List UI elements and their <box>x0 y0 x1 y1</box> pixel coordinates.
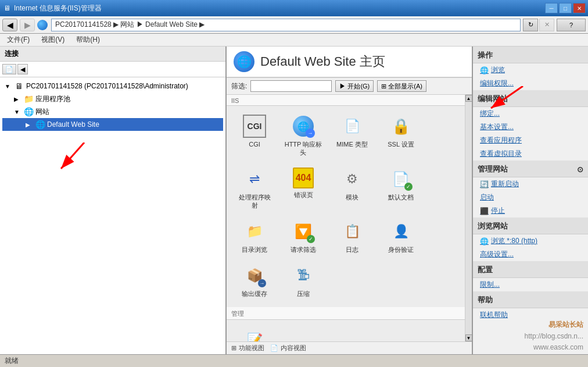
handler-icon-item[interactable]: ⇌ 处理程序映射 <box>231 163 278 214</box>
handler-label: 处理程序映射 <box>239 193 271 210</box>
module-icon-item[interactable]: ⚙ 模块 <box>329 163 375 214</box>
output-cache-icon: 📦 → <box>243 264 266 287</box>
expander-sites[interactable]: ▼ <box>14 109 23 115</box>
compress-label: 压缩 <box>297 290 310 298</box>
expander-pool[interactable]: ▶ <box>14 96 23 102</box>
mgr-section-label: 管理 <box>227 307 465 320</box>
view-vdirs-link[interactable]: 查看虚拟目录 <box>473 147 588 161</box>
default-doc-icon: 📄 ✓ <box>389 168 413 191</box>
advanced-settings-link[interactable]: 高级设置... <box>473 248 588 261</box>
basic-settings-link[interactable]: 基本设置... <box>473 120 588 134</box>
tab-content-view[interactable]: 📄 内容视图 <box>270 344 306 352</box>
mime-icon: 📄 <box>340 115 364 138</box>
compress-icon-item[interactable]: 🗜 压缩 <box>280 260 327 302</box>
refresh-button[interactable]: ↻ <box>523 19 538 31</box>
online-help-label: 联机帮助 <box>480 310 508 320</box>
feature-view-label: 功能视图 <box>239 344 264 352</box>
stop-link[interactable]: ⬛ 停止 <box>473 204 588 218</box>
app-icon: 🖥 <box>2 3 12 13</box>
scroll-up-button[interactable]: ▲ <box>465 95 472 102</box>
browse-link[interactable]: 🌐 浏览 <box>473 63 588 77</box>
dir-browse-icon-item[interactable]: 📁 目录浏览 <box>231 216 278 258</box>
address-actions: ↻ ✕ <box>523 19 554 31</box>
menu-help[interactable]: 帮助(H) <box>74 34 102 46</box>
error-label: 错误页 <box>294 191 313 199</box>
menu-view[interactable]: 视图(V) <box>39 34 67 46</box>
back-button[interactable]: ◀ <box>2 19 17 31</box>
browse-80-link[interactable]: 🌐 浏览 *:80 (http) <box>473 234 588 248</box>
close-button[interactable]: ✕ <box>573 3 586 13</box>
config-editor-icon-item[interactable]: 📝 配置编辑器 <box>231 325 278 341</box>
output-cache-icon-item[interactable]: 📦 → 输出缓存 <box>231 260 278 302</box>
maximize-button[interactable]: □ <box>559 3 572 13</box>
mime-icon-item[interactable]: 📄 MIME 类型 <box>329 111 375 161</box>
edit-permissions-label: 编辑权限... <box>480 79 514 88</box>
restart-icon: 🔄 <box>480 180 489 188</box>
dir-browse-label: 目录浏览 <box>242 245 267 254</box>
vertical-scrollbar[interactable]: ▲ ▼ <box>465 95 472 341</box>
filter-input[interactable] <box>250 80 332 92</box>
module-icon: ⚙ <box>340 168 364 191</box>
req-filter-icon: 🔽 ✓ <box>292 220 315 243</box>
expander-root[interactable]: ▼ <box>5 83 14 90</box>
help-button[interactable]: ? <box>557 19 586 31</box>
back-nav-button[interactable]: ◀ <box>17 64 28 74</box>
expander-default[interactable]: ▶ <box>26 122 35 128</box>
stop-button[interactable]: ✕ <box>539 19 554 31</box>
connection-tree[interactable]: ▼ 🖥 PC201701141528 (PC201701141528\Admin… <box>0 77 225 354</box>
view-apps-link[interactable]: 查看应用程序 <box>473 134 588 147</box>
tree-item-root[interactable]: ▼ 🖥 PC201701141528 (PC201701141528\Admin… <box>2 80 223 92</box>
limits-link[interactable]: 限制... <box>473 278 588 291</box>
config-editor-icon: 📝 <box>243 329 266 341</box>
bindings-link[interactable]: 绑定... <box>473 107 588 120</box>
edit-permissions-link[interactable]: 编辑权限... <box>473 77 588 90</box>
watermark-line1: 易采站长站 <box>525 319 583 330</box>
tree-item-pool[interactable]: ▶ 📁 应用程序池 <box>2 92 223 105</box>
dir-browse-icon: 📁 <box>243 220 266 243</box>
auth-icon-item[interactable]: 👤 身份验证 <box>378 216 424 258</box>
default-doc-icon-item[interactable]: 📄 ✓ 默认文档 <box>378 163 424 214</box>
limits-label: 限制... <box>480 280 500 290</box>
start-link[interactable]: 启动 <box>473 191 588 204</box>
req-filter-icon-item[interactable]: 🔽 ✓ 请求筛选 <box>280 216 327 258</box>
output-cache-label: 输出缓存 <box>242 290 267 298</box>
logging-icon-item[interactable]: 📋 日志 <box>329 216 375 258</box>
collapse-icon[interactable]: ⊙ <box>577 165 583 174</box>
iis-section-label: IIS <box>227 95 465 106</box>
ssl-icon-item[interactable]: 🔒 SSL 设置 <box>378 111 424 161</box>
http-icon-item[interactable]: 🌐 → HTTP 响应标头 <box>280 111 327 161</box>
forward-button[interactable]: ▶ <box>20 19 35 31</box>
restart-link[interactable]: 🔄 重新启动 <box>473 177 588 191</box>
cgi-label: CGI <box>249 140 260 148</box>
start-button[interactable]: ▶ 开始(G) <box>335 80 374 92</box>
menu-file[interactable]: 文件(F) <box>5 34 32 46</box>
scroll-down-button[interactable]: ▼ <box>465 334 472 341</box>
tab-feature-view[interactable]: ⊞ 功能视图 <box>231 344 264 352</box>
error-icon-item[interactable]: 404 错误页 <box>280 163 327 214</box>
restart-label: 重新启动 <box>491 179 519 189</box>
tree-label-default: Default Web Site <box>47 120 99 129</box>
address-text: PC201701141528 ▶ 网站 ▶ Default Web Site ▶ <box>55 20 205 30</box>
auth-label: 身份验证 <box>388 245 414 254</box>
site-globe-icon: 🌐 <box>234 51 254 72</box>
minimize-button[interactable]: ─ <box>545 3 558 13</box>
connections-header: 连接 <box>0 47 225 62</box>
window-title: Internet 信息服务(IIS)管理器 <box>14 3 545 13</box>
bindings-label: 绑定... <box>480 109 500 119</box>
tree-item-default-site[interactable]: ▶ 🌐 Default Web Site <box>2 118 223 131</box>
right-panel: 🌐 Default Web Site 主页 筛选: ▶ 开始(G) ⊞ 全部显示… <box>227 47 472 354</box>
address-input[interactable]: PC201701141528 ▶ 网站 ▶ Default Web Site ▶ <box>51 19 521 31</box>
pool-icon: 📁 <box>23 94 34 104</box>
tree-item-sites[interactable]: ▼ 🌐 网站 <box>2 105 223 118</box>
window-controls: ─ □ ✕ <box>545 3 586 13</box>
new-item-button[interactable]: 📄 <box>2 64 16 74</box>
tree-label-sites: 网站 <box>35 107 49 117</box>
cgi-icon-item[interactable]: CGI CGI <box>231 111 278 161</box>
titlebar: 🖥 Internet 信息服务(IIS)管理器 ─ □ ✕ <box>0 0 588 16</box>
config-section-title: 配置 <box>473 261 588 278</box>
show-all-button[interactable]: ⊞ 全部显示(A) <box>377 80 426 92</box>
logging-label: 日志 <box>346 245 358 254</box>
browse-site-section-title: 浏览网站 <box>473 218 588 234</box>
module-label: 模块 <box>346 193 358 201</box>
feature-view-icon: ⊞ <box>231 344 236 352</box>
